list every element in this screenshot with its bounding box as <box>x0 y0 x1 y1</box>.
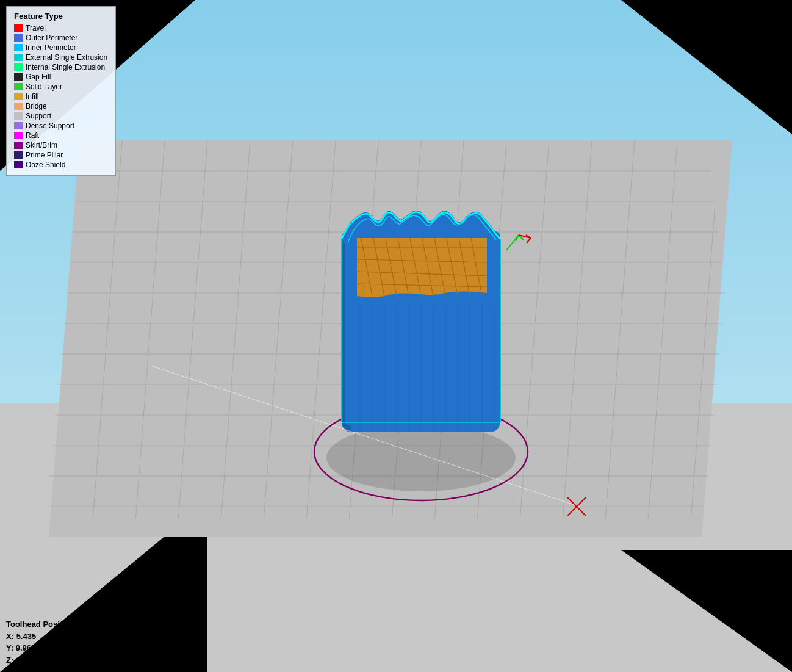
legend-item: Ooze Shield <box>14 161 108 169</box>
legend-panel: Feature Type TravelOuter PerimeterInner … <box>6 6 116 176</box>
object-shadow <box>326 424 516 491</box>
legend-item-label: Raft <box>26 131 39 140</box>
legend-item: Raft <box>14 131 108 140</box>
toolhead-label: Toolhead Position: <box>6 618 77 630</box>
legend-swatch <box>14 54 23 61</box>
legend-item-label: Support <box>26 112 51 120</box>
legend-title: Feature Type <box>14 12 108 21</box>
legend-item-label: Dense Support <box>26 121 74 130</box>
x-label: X: <box>6 632 14 641</box>
legend-item-label: Inner Perimeter <box>26 43 76 52</box>
z-label: Z: <box>6 656 13 665</box>
legend-item: Internal Single Extrusion <box>14 63 108 71</box>
legend-item-label: Infill <box>26 92 38 101</box>
legend-item-label: Travel <box>26 24 46 32</box>
x-value: 5.435 <box>16 632 37 641</box>
toolhead-y: Y: 9.960 <box>6 642 77 654</box>
legend-swatch <box>14 34 23 42</box>
3d-scene-svg <box>31 92 751 580</box>
legend-swatch <box>14 24 23 32</box>
legend-swatch <box>14 63 23 71</box>
legend-item: Bridge <box>14 102 108 110</box>
legend-item: External Single Extrusion <box>14 53 108 62</box>
viewport: Feature Type TravelOuter PerimeterInner … <box>0 0 792 672</box>
legend-item: Inner Perimeter <box>14 43 108 52</box>
legend-swatch <box>14 103 23 110</box>
legend-item-label: Prime Pillar <box>26 151 63 159</box>
legend-swatch <box>14 93 23 100</box>
legend-item: Solid Layer <box>14 82 108 91</box>
legend-item-label: External Single Extrusion <box>26 53 107 62</box>
legend-item-label: Bridge <box>26 102 47 110</box>
toolhead-info: Toolhead Position: X: 5.435 Y: 9.960 Z: … <box>6 618 77 666</box>
legend-item-label: Gap Fill <box>26 73 51 81</box>
legend-swatch <box>14 112 23 120</box>
y-value: 9.960 <box>16 643 36 652</box>
legend-item: Infill <box>14 92 108 101</box>
legend-swatch <box>14 44 23 51</box>
legend-swatch <box>14 142 23 149</box>
z-value: 150.000 <box>16 656 45 665</box>
legend-swatch <box>14 132 23 139</box>
legend-swatch <box>14 151 23 159</box>
legend-item: Outer Perimeter <box>14 34 108 42</box>
legend-item: Support <box>14 112 108 120</box>
legend-swatch <box>14 122 23 129</box>
legend-item: Prime Pillar <box>14 151 108 159</box>
legend-swatch <box>14 73 23 81</box>
legend-item-label: Outer Perimeter <box>26 34 77 42</box>
legend-item: Gap Fill <box>14 73 108 81</box>
legend-item-label: Skirt/Brim <box>26 141 57 150</box>
legend-item-label: Ooze Shield <box>26 161 65 169</box>
legend-swatch <box>14 83 23 90</box>
legend-items: TravelOuter PerimeterInner PerimeterExte… <box>14 24 108 169</box>
y-label: Y: <box>6 643 13 652</box>
toolhead-z: Z: 150.000 <box>6 654 77 667</box>
legend-item: Skirt/Brim <box>14 141 108 150</box>
legend-swatch <box>14 161 23 168</box>
legend-item-label: Solid Layer <box>26 82 62 91</box>
legend-item: Dense Support <box>14 121 108 130</box>
printed-object <box>342 211 500 432</box>
legend-item: Travel <box>14 24 108 32</box>
print-bed <box>31 92 751 580</box>
legend-item-label: Internal Single Extrusion <box>26 63 105 71</box>
toolhead-x: X: 5.435 <box>6 630 77 643</box>
